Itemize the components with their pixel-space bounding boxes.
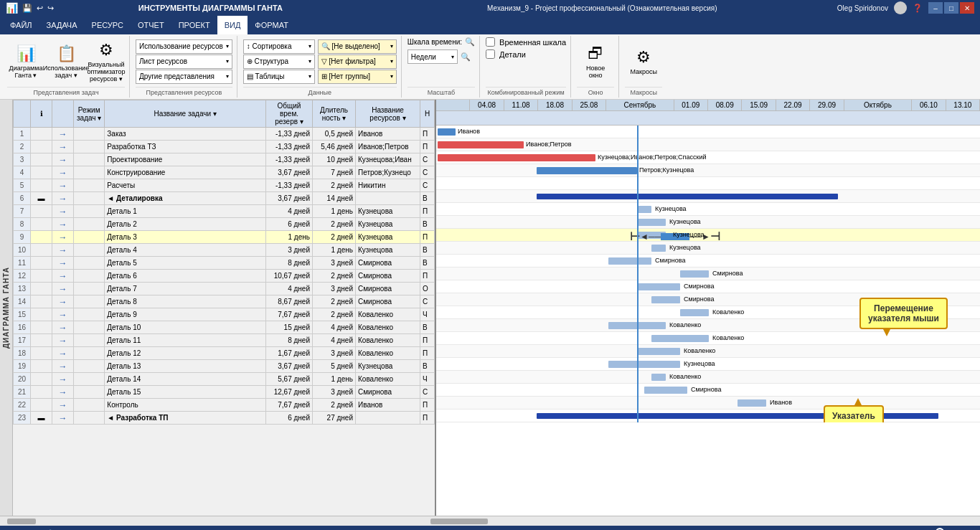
row-taskname-1[interactable]: Заказ (105, 128, 266, 141)
row-mode-11 (74, 257, 105, 270)
bar-20[interactable] (651, 374, 666, 381)
col-taskname-header[interactable]: Название задачи ▾ (105, 100, 266, 128)
weeks-dd[interactable]: Недели ▾ (407, 49, 458, 64)
sort-dd[interactable]: ↕ Сортировка ▾ (243, 39, 315, 54)
bar-1[interactable] (438, 128, 456, 136)
menu-file[interactable]: ФАЙЛ (3, 16, 39, 34)
ribbon-group-resource-views: Использование ресурсов ▾ Лист ресурсов ▾… (131, 36, 237, 98)
bar-21[interactable] (644, 387, 687, 394)
chart-scrollbar[interactable] (416, 517, 980, 526)
row-taskname-14[interactable]: Деталь 8 (105, 295, 266, 308)
menu-format[interactable]: ФОРМАТ (248, 16, 296, 34)
menu-view[interactable]: ВИД (217, 16, 248, 34)
bar-4[interactable] (537, 167, 637, 174)
redo-btn[interactable]: ↪ (47, 4, 54, 13)
bar-22[interactable] (738, 399, 766, 407)
bar-14[interactable] (651, 296, 680, 303)
row-num-7: 7 (14, 205, 31, 218)
resource-usage-dd[interactable]: Использование ресурсов ▾ (136, 39, 232, 54)
tables-dd[interactable]: ▤ Таблицы ▾ (243, 70, 315, 84)
bar-3[interactable] (438, 154, 595, 161)
help-btn[interactable]: ❓ (913, 4, 923, 13)
row-taskname-4[interactable]: Конструирование (105, 166, 266, 179)
other-views-dd[interactable]: Другие представления ▾ (136, 70, 232, 84)
row-taskname-11[interactable]: Деталь 5 (105, 257, 266, 270)
row-taskname-15[interactable]: Деталь 9 (105, 308, 266, 321)
bar-6[interactable] (537, 194, 838, 199)
menu-report[interactable]: ОТЧЕТ (131, 16, 171, 34)
table-scrollbar[interactable] (0, 517, 416, 526)
row-taskname-20[interactable]: Деталь 14 (105, 373, 266, 386)
zoom-icon[interactable]: 🔍 (461, 52, 471, 62)
macros-btn[interactable]: ⚙ Макросы (625, 40, 662, 83)
row-taskname-7[interactable]: Деталь 1 (105, 205, 266, 218)
row-taskname-8[interactable]: Деталь 2 (105, 218, 266, 231)
maximize-btn[interactable]: □ (944, 2, 958, 14)
row-taskname-21[interactable]: Деталь 15 (105, 386, 266, 399)
h-scrollbar[interactable] (0, 516, 980, 526)
filter-dd[interactable]: ▽ [Нет фильтра] ▾ (318, 55, 397, 69)
window-controls[interactable]: – □ ✕ (928, 2, 974, 14)
bar-18[interactable] (637, 348, 680, 355)
structure-dd[interactable]: ⊕ Структура ▾ (243, 55, 315, 69)
close-btn[interactable]: ✕ (960, 2, 974, 14)
bar-2[interactable] (438, 141, 524, 148)
row-taskname-19[interactable]: Деталь 13 (105, 360, 266, 373)
row-taskname-17[interactable]: Деталь 11 (105, 334, 266, 347)
row-task-icon-8: → (52, 218, 74, 231)
col-resources-header[interactable]: Названиересурсов ▾ (356, 100, 420, 128)
row-task-icon-11: → (52, 257, 74, 270)
row-taskname-3[interactable]: Проектирование (105, 153, 266, 166)
group-dd[interactable]: ⊞ [Нет группы] ▾ (318, 70, 397, 84)
row-taskname-16[interactable]: Деталь 10 (105, 321, 266, 334)
menu-resource[interactable]: РЕСУРС (85, 16, 131, 34)
bar-19-label: Кузнецова (684, 360, 715, 367)
row-taskname-12[interactable]: Деталь 6 (105, 270, 266, 283)
table-scroll-thumb[interactable] (7, 519, 36, 524)
resource-sheet-dd[interactable]: Лист ресурсов ▾ (136, 55, 232, 69)
task-use-btn[interactable]: 📋 Использованиезадач ▾ (47, 40, 85, 83)
gantt-view-btn[interactable]: 📊 ДиаграммаГанта ▾ (7, 40, 44, 83)
row-summary-11 (31, 257, 52, 270)
menu-project[interactable]: ПРОЕКТ (171, 16, 217, 34)
col-mode-header[interactable]: Режимзадач ▾ (74, 100, 105, 128)
row-taskname-22[interactable]: Контроль (105, 399, 266, 412)
row-taskname-2[interactable]: Разработка ТЗ (105, 141, 266, 153)
col-reserve-header[interactable]: Общийврем.резерв ▾ (266, 100, 313, 128)
visual-opt-btn[interactable]: ⚙ Визуальныйоптимизаторресурсов ▾ (88, 40, 125, 83)
highlight-dd[interactable]: 🔍 [Не выделено] ▾ (318, 39, 397, 54)
bar-10[interactable] (651, 245, 666, 252)
row-summary-2 (31, 141, 52, 153)
details-checkbox[interactable] (486, 49, 495, 59)
chart-scroll-thumb[interactable] (430, 519, 488, 524)
title-center: Механизм_9 - Project профессиональный (О… (367, 4, 837, 12)
row-task-icon-1: → (52, 128, 74, 141)
row-taskname-18[interactable]: Деталь 12 (105, 347, 266, 360)
bar-12[interactable] (680, 270, 709, 278)
minimize-btn[interactable]: – (928, 2, 943, 14)
row-taskname-9[interactable]: Деталь 3 (105, 231, 266, 244)
row-taskname-13[interactable]: Деталь 7 (105, 283, 266, 295)
menu-task[interactable]: ЗАДАЧА (39, 16, 85, 34)
row-h-22: П (420, 399, 435, 412)
row-taskname-6[interactable]: ◄ Деталировка (105, 192, 266, 205)
timeline-checkbox[interactable] (486, 37, 495, 47)
bar-8[interactable] (637, 219, 666, 226)
scale-search-icon[interactable]: 🔍 (465, 37, 475, 47)
bar-15[interactable] (680, 309, 709, 316)
bar-11[interactable] (608, 257, 651, 265)
bar-7[interactable] (637, 206, 651, 213)
bar-17[interactable] (651, 335, 709, 342)
row-taskname-10[interactable]: Деталь 4 (105, 244, 266, 257)
row-num-18: 18 (14, 347, 31, 360)
table-row: 22 → Контроль 7,67 дней 2 дней Иванов П (14, 399, 435, 412)
bar-19[interactable] (608, 361, 680, 368)
row-taskname-23[interactable]: ◄ Разработка ТП (105, 412, 266, 425)
row-resources-16: Коваленко (356, 321, 420, 334)
bar-13[interactable] (637, 283, 680, 290)
undo-btn[interactable]: ↩ (37, 4, 43, 13)
new-window-btn[interactable]: 🗗 Новоеокно (577, 40, 614, 83)
save-btn[interactable]: 💾 (22, 4, 32, 13)
row-taskname-5[interactable]: Расчеты (105, 179, 266, 192)
col-duration-header[interactable]: Длительность ▾ (313, 100, 356, 128)
